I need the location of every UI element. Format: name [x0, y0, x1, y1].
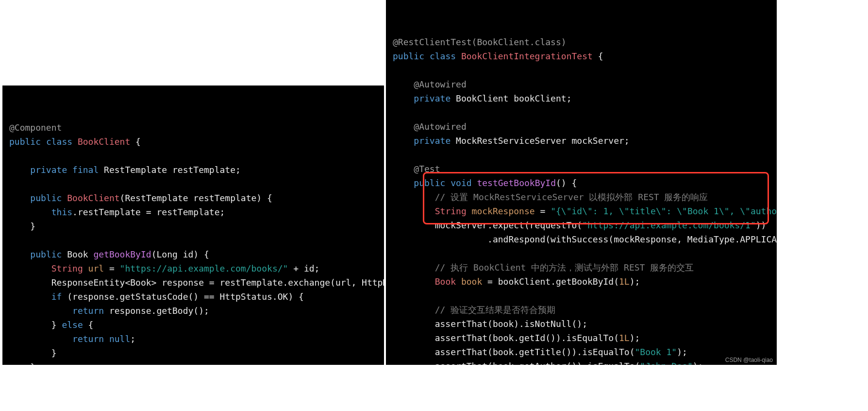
code-token: BookClient bookClient;	[451, 93, 571, 103]
code-token: return	[72, 306, 104, 316]
code-token: response.getBody();	[104, 306, 209, 316]
code-line: @RestClientTest(BookClient.class)	[393, 35, 777, 49]
code-token: private	[414, 93, 451, 103]
code-token: =	[535, 206, 551, 216]
code-token	[83, 263, 88, 274]
code-token: public	[30, 249, 62, 259]
code-line: public class BookClient {	[9, 135, 384, 149]
code-token	[9, 263, 51, 274]
code-line: return response.getBody();	[9, 304, 384, 318]
code-token: mockServer.expect(requestTo(	[393, 220, 582, 230]
code-token	[393, 93, 414, 103]
code-line: assertThat(book).isNotNull();	[393, 317, 777, 331]
code-token: () {	[556, 178, 577, 188]
code-token: }	[9, 320, 62, 330]
code-token: public	[9, 137, 41, 147]
code-token: "{\"id\": 1, \"title\": \"Book 1\", \"au…	[551, 206, 777, 216]
code-token	[62, 193, 67, 203]
code-line: }	[9, 360, 384, 365]
code-token: @Test	[414, 164, 440, 174]
code-token	[393, 79, 414, 89]
code-line: private MockRestServiceServer mockServer…	[393, 134, 777, 148]
code-token: (response.getStatusCode() == HttpStatus.…	[62, 291, 304, 302]
code-token: + id;	[288, 263, 319, 274]
code-line: @Component	[9, 120, 384, 135]
code-token	[41, 137, 46, 147]
code-token: private	[414, 136, 451, 146]
code-token	[393, 305, 435, 315]
code-line: @Autowired	[393, 120, 777, 134]
code-token: getBookById	[93, 249, 151, 259]
code-line: // 设置 MockRestServiceServer 以模拟外部 REST 服…	[393, 190, 777, 204]
code-block-bookclient: @Componentpublic class BookClient { priv…	[9, 120, 384, 365]
code-pane-right: @RestClientTest(BookClient.class)public …	[386, 0, 777, 365]
code-token: BookClient	[78, 137, 130, 147]
code-line: .andRespond(withSuccess(mockResponse, Me…	[393, 232, 777, 246]
page-root: { "watermark": "CSDN @taoli-qiao", "left…	[0, 0, 868, 411]
code-token: class	[46, 137, 72, 147]
code-line: }	[9, 219, 384, 233]
code-token: Book	[435, 276, 456, 287]
code-token: BookClientIntegrationTest	[461, 51, 593, 61]
code-token: {	[593, 51, 603, 61]
code-token: this	[51, 207, 72, 217]
code-token: {	[83, 320, 94, 330]
code-token	[467, 206, 472, 216]
code-token	[9, 207, 51, 217]
code-token: "Book 1"	[635, 347, 677, 357]
code-token: @Autowired	[414, 79, 466, 89]
code-token: // 设置 MockRestServiceServer 以模拟外部 REST 服…	[435, 192, 708, 202]
code-line: assertThat(book.getAuthor()).isEqualTo("…	[393, 359, 777, 365]
code-line: // 验证交互结果是否符合预期	[393, 303, 777, 317]
code-token: assertThat(book.getAuthor()).isEqualTo(	[393, 361, 640, 365]
code-token: =	[104, 263, 120, 274]
code-token	[456, 276, 461, 287]
code-token: if	[51, 291, 62, 302]
code-token: String	[435, 206, 467, 216]
code-line: public void testGetBookById() {	[393, 176, 777, 190]
code-line	[9, 233, 384, 247]
code-token: class	[430, 51, 456, 61]
code-token: final	[72, 165, 99, 175]
code-token: );	[630, 276, 640, 287]
code-token: }	[9, 348, 57, 358]
code-line	[393, 148, 777, 162]
code-token: void	[451, 178, 471, 188]
code-line	[9, 149, 384, 163]
code-token: @Component	[9, 122, 62, 133]
code-line: assertThat(book.getId()).isEqualTo(1L);	[393, 331, 777, 345]
code-line: // 执行 BookClient 中的方法，测试与外部 REST 服务的交互	[393, 260, 777, 274]
code-line: @Test	[393, 162, 777, 176]
code-token	[9, 249, 30, 259]
code-token: assertThat(book.getId()).isEqualTo(	[393, 333, 619, 343]
code-token: testGetBookById	[477, 178, 556, 188]
code-token	[9, 291, 51, 302]
code-line: Book book = bookClient.getBookById(1L);	[393, 274, 777, 289]
code-token: private	[30, 165, 67, 175]
code-token: return	[72, 334, 104, 344]
code-line: private BookClient bookClient;	[393, 91, 777, 105]
code-token	[67, 165, 72, 175]
watermark-text: CSDN @taoli-qiao	[725, 357, 773, 363]
code-token: "https://api.example.com/books/"	[120, 263, 288, 274]
code-token	[9, 165, 30, 175]
code-token: // 验证交互结果是否符合预期	[435, 305, 556, 315]
code-line: }	[9, 346, 384, 360]
code-token: else	[62, 320, 83, 330]
code-token	[393, 136, 414, 146]
code-token: }	[9, 362, 35, 365]
code-token	[393, 178, 414, 188]
code-line	[393, 63, 777, 77]
code-token	[424, 51, 430, 61]
code-token: .andRespond(withSuccess(mockResponse, Me…	[393, 234, 777, 244]
code-token: );	[630, 333, 640, 343]
code-token: null	[109, 334, 130, 344]
code-line: return null;	[9, 332, 384, 346]
code-line: assertThat(book.getTitle()).isEqualTo("B…	[393, 345, 777, 359]
code-token: ;	[130, 334, 135, 344]
code-token	[393, 206, 435, 216]
code-token: }	[9, 221, 35, 231]
code-token: mockResponse	[472, 206, 535, 216]
code-token	[104, 334, 109, 344]
code-token: "https://api.example.com/books/1"	[582, 220, 756, 230]
